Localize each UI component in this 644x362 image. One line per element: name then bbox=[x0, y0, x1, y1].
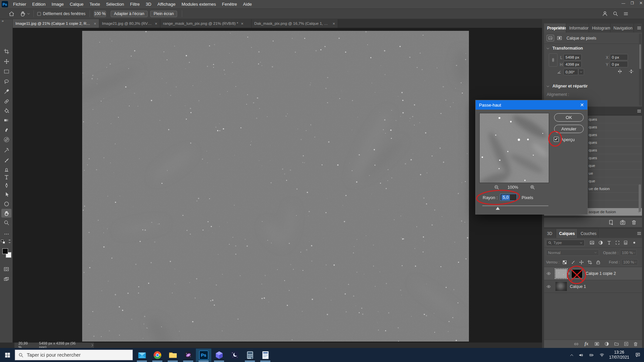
layer-thumbnail[interactable] bbox=[555, 269, 567, 278]
document-tab-3[interactable]: range_mask_lum_pix.png @ 21% (RVB/8) *× bbox=[160, 19, 252, 28]
radius-slider-thumb[interactable] bbox=[496, 207, 500, 210]
workspace-menu-icon[interactable] bbox=[623, 11, 629, 16]
move-tool[interactable] bbox=[1, 57, 11, 66]
menu-calque[interactable]: Calque bbox=[67, 2, 87, 7]
type-tool[interactable] bbox=[1, 173, 11, 181]
spot-healing-tool[interactable] bbox=[1, 135, 11, 144]
clock[interactable]: 13:26 17/07/2021 bbox=[609, 350, 629, 360]
radius-slider-track[interactable] bbox=[482, 205, 548, 206]
filter-type-layers-icon[interactable] bbox=[607, 240, 611, 245]
lasso-tool[interactable] bbox=[1, 77, 11, 86]
properties-scrollbar[interactable] bbox=[639, 34, 641, 106]
dialog-close-button[interactable]: ✕ bbox=[580, 102, 584, 108]
ellipse-tool[interactable] bbox=[1, 199, 11, 208]
menu-image[interactable]: Image bbox=[49, 2, 67, 7]
screen-mode-icon[interactable] bbox=[3, 277, 9, 282]
dialog-title-bar[interactable]: Passe-haut ✕ bbox=[476, 100, 587, 110]
tray-chevron-up-icon[interactable] bbox=[570, 353, 574, 357]
wifi-icon[interactable] bbox=[599, 353, 605, 357]
hand-tool-options-icon[interactable] bbox=[20, 11, 26, 17]
rect-marquee-tool[interactable] bbox=[1, 67, 11, 76]
panel-tab-propri-t-s[interactable]: Propriétés bbox=[544, 23, 566, 33]
quick-mask-icon[interactable] bbox=[3, 266, 9, 272]
taskbar-search-box[interactable]: Taper ici pour rechercher bbox=[15, 350, 133, 360]
menu-fichier[interactable]: Fichier bbox=[10, 2, 29, 7]
height-field[interactable]: 4398 px bbox=[564, 61, 582, 67]
new-adjustment-layer-icon[interactable] bbox=[604, 342, 609, 346]
opacity-field[interactable]: 100 % bbox=[620, 249, 637, 256]
menu-aide[interactable]: Aide bbox=[240, 2, 255, 7]
transform-collapse-icon[interactable] bbox=[546, 47, 550, 50]
document-tab-4[interactable]: Dak_mask_pix.png @ 16,7% (Calque 1, RVB/… bbox=[252, 19, 338, 28]
link-layers-icon[interactable] bbox=[574, 342, 579, 346]
new-group-icon[interactable] bbox=[614, 342, 619, 346]
lock-artboard-icon[interactable] bbox=[587, 260, 592, 265]
panel-tab-3d[interactable]: 3D bbox=[544, 229, 556, 238]
layer-style-fx-icon[interactable]: fx bbox=[584, 342, 589, 347]
flip-horizontal-icon[interactable] bbox=[617, 69, 623, 74]
panel-tab-navigation[interactable]: Navigation bbox=[610, 23, 634, 33]
lock-transparency-icon[interactable] bbox=[562, 260, 567, 265]
panel-tab-calques[interactable]: Calques bbox=[556, 229, 578, 238]
cancel-button[interactable]: Annuler bbox=[554, 125, 584, 133]
hand-tool[interactable] bbox=[1, 209, 11, 218]
taskbar-app-chrome[interactable] bbox=[150, 349, 165, 362]
new-layer-icon[interactable] bbox=[624, 342, 629, 346]
taskbar-app-cube-viewer[interactable] bbox=[211, 349, 227, 362]
foreground-color-swatch[interactable] bbox=[2, 248, 8, 254]
preview-zoom-out-icon[interactable] bbox=[494, 185, 499, 190]
properties-menu-icon[interactable] bbox=[637, 25, 642, 31]
mask-badge-icon[interactable] bbox=[556, 35, 563, 41]
magic-brush-tool[interactable] bbox=[1, 146, 11, 155]
tab-close-icon[interactable]: × bbox=[332, 21, 335, 26]
chevron-down-icon[interactable] bbox=[27, 12, 30, 15]
layer-name[interactable]: Calque 1 bbox=[570, 284, 586, 289]
menu-texte[interactable]: Texte bbox=[87, 2, 103, 7]
filter-adjustment-layers-icon[interactable] bbox=[598, 240, 603, 245]
preview-zoom-in-icon[interactable] bbox=[530, 185, 535, 190]
history-menu-icon[interactable] bbox=[637, 109, 642, 114]
angle-field[interactable]: 0,00° bbox=[564, 69, 578, 75]
taskbar-app-photoshop[interactable]: Ps bbox=[196, 349, 211, 362]
start-button[interactable] bbox=[0, 349, 15, 362]
menu-s-lection[interactable]: Sélection bbox=[103, 2, 127, 7]
layer-visibility-eye-icon[interactable] bbox=[546, 285, 551, 289]
pixel-layer-icon[interactable] bbox=[547, 35, 554, 41]
more-tools[interactable] bbox=[1, 230, 11, 238]
healing-brush-tool[interactable] bbox=[1, 97, 11, 106]
panel-tab-couches[interactable]: Couches bbox=[578, 229, 598, 238]
taskbar-app-explorer[interactable] bbox=[165, 349, 180, 362]
menu-modules-externes[interactable]: Modules externes bbox=[178, 2, 219, 7]
filter-pixel-layers-icon[interactable] bbox=[589, 240, 595, 245]
filter-smart-objects-icon[interactable] bbox=[624, 240, 628, 245]
flip-vertical-icon[interactable] bbox=[629, 69, 634, 74]
taskbar-app-calculator[interactable] bbox=[242, 349, 258, 362]
lock-pixels-icon[interactable] bbox=[571, 260, 576, 265]
fill-field[interactable]: 100 % bbox=[621, 259, 638, 265]
crop-tool[interactable] bbox=[1, 47, 11, 56]
new-snapshot-icon[interactable] bbox=[620, 220, 626, 225]
y-field[interactable]: 0 px bbox=[610, 61, 628, 67]
mask-link-icon[interactable] bbox=[568, 271, 571, 276]
filter-preview[interactable] bbox=[479, 113, 549, 183]
gradient-tool[interactable] bbox=[1, 116, 11, 124]
menu-edition[interactable]: Edition bbox=[29, 2, 49, 7]
align-collapse-icon[interactable] bbox=[546, 84, 550, 88]
ok-button[interactable]: OK bbox=[554, 113, 584, 122]
window-restore-button[interactable]: ❐ bbox=[631, 1, 634, 5]
add-layer-mask-icon[interactable] bbox=[594, 342, 600, 346]
layer-name[interactable]: Calque 1 copie 2 bbox=[586, 271, 616, 276]
taskbar-app-photos[interactable] bbox=[180, 349, 196, 362]
delete-state-icon[interactable] bbox=[631, 220, 637, 225]
layer-visibility-eye-icon[interactable] bbox=[546, 272, 551, 276]
default-colors-icon[interactable] bbox=[1, 240, 5, 244]
panel-tab-histogramme[interactable]: Histogramme bbox=[589, 23, 610, 33]
lock-position-icon[interactable] bbox=[579, 260, 584, 265]
taskbar-app-night-sky[interactable] bbox=[227, 349, 242, 362]
menu-filtre[interactable]: Filtre bbox=[127, 2, 143, 7]
delete-layer-icon[interactable] bbox=[633, 342, 638, 347]
home-icon[interactable] bbox=[9, 11, 14, 17]
panel-tab-informations[interactable]: Informations bbox=[566, 23, 589, 33]
zoom-100-button[interactable]: 100 % bbox=[94, 11, 106, 17]
layer-thumbnail[interactable] bbox=[555, 282, 567, 291]
